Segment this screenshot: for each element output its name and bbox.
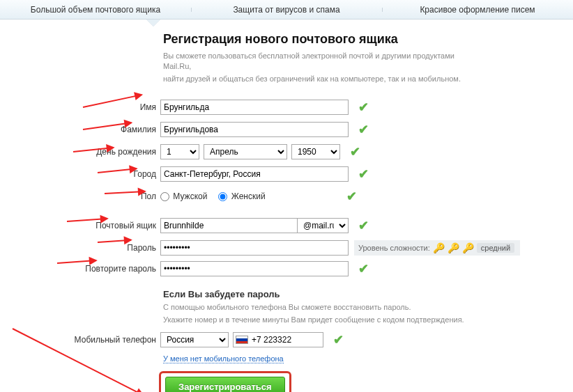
phone-country-select[interactable]: Россия — [160, 332, 229, 347]
label-password2: Повторите пароль — [0, 264, 160, 274]
check-icon: ✔ — [358, 100, 369, 115]
gender-female-radio[interactable] — [218, 192, 227, 201]
check-icon: ✔ — [358, 261, 369, 276]
password-input[interactable] — [160, 240, 349, 256]
gender-male-option[interactable]: Мужской — [160, 191, 207, 201]
label-gender: Пол — [0, 191, 160, 201]
label-phone: Мобильный телефон — [0, 335, 160, 345]
city-input[interactable] — [160, 166, 349, 182]
top-tab-protect[interactable]: Защита от вирусов и спама — [191, 5, 382, 15]
gender-male-radio[interactable] — [160, 192, 169, 201]
top-tab-volume[interactable]: Большой объем почтового ящика — [0, 5, 191, 15]
check-icon: ✔ — [358, 166, 369, 182]
intro-line-1: Вы сможете пользоваться бесплатной элект… — [163, 51, 484, 72]
label-password: Пароль — [0, 243, 160, 253]
register-button-highlight: Зарегистрироваться — [159, 371, 291, 392]
last-name-input[interactable] — [160, 122, 349, 137]
check-icon: ✔ — [358, 122, 369, 137]
intro-line-2: найти друзей и общаться без ограничений … — [163, 74, 484, 84]
label-last-name: Фамилия — [0, 125, 160, 134]
register-button[interactable]: Зарегистрироваться — [165, 377, 285, 392]
check-icon: ✔ — [346, 189, 357, 204]
first-name-input[interactable] — [160, 100, 349, 115]
strength-label: Уровень сложности: — [358, 244, 430, 252]
page-title: Регистрация нового почтового ящика — [163, 32, 573, 47]
topbar: Большой объем почтового ящика Защита от … — [0, 0, 573, 19]
label-first-name: Имя — [0, 102, 160, 112]
password-strength-meter: Уровень сложности: 🔑 🔑 🔑 средний — [354, 240, 520, 256]
gender-male-label: Мужской — [173, 191, 207, 201]
check-icon: ✔ — [350, 144, 360, 159]
check-icon: ✔ — [358, 218, 369, 233]
mailbox-domain-select[interactable]: @mail.ru — [297, 218, 349, 233]
gender-female-label: Женский — [231, 191, 266, 201]
strength-value: средний — [477, 243, 514, 253]
mailbox-input[interactable] — [160, 218, 297, 233]
top-tab-design[interactable]: Красивое оформление писем — [382, 5, 573, 15]
no-phone-link[interactable]: У меня нет мобильного телефона — [163, 354, 284, 363]
check-icon: ✔ — [333, 332, 344, 347]
key-icon: 🔑 — [448, 242, 459, 253]
forgot-text-1: С помощью мобильного телефона Вы сможете… — [163, 302, 484, 313]
password-confirm-input[interactable] — [160, 261, 349, 276]
dob-day-select[interactable]: 1 — [160, 144, 199, 159]
dob-year-select[interactable]: 1950 — [291, 144, 340, 159]
dob-month-select[interactable]: Апрель — [204, 144, 287, 159]
key-icon: 🔑 — [433, 242, 445, 253]
label-mailbox: Почтовый ящик — [0, 221, 160, 230]
key-icon: 🔑 — [462, 242, 474, 253]
forgot-heading: Если Вы забудете пароль — [163, 289, 573, 299]
label-dob: День рождения — [0, 147, 160, 157]
forgot-text-2: Укажите номер и в течение минуты Вам при… — [163, 315, 484, 325]
flag-ru-icon — [236, 336, 248, 344]
gender-female-option[interactable]: Женский — [218, 191, 265, 201]
